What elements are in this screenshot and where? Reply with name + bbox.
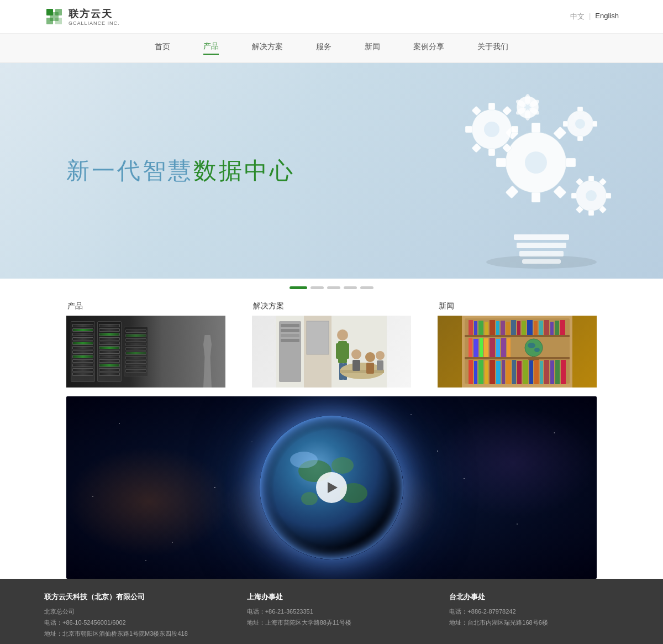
svg-rect-121 (517, 361, 522, 384)
svg-rect-8 (519, 251, 564, 256)
video-section (66, 396, 597, 579)
svg-point-136 (290, 452, 318, 468)
library-illustration (438, 316, 597, 388)
svg-point-70 (351, 349, 361, 359)
svg-point-62 (337, 329, 348, 341)
nav-item-home[interactable]: 首页 (155, 42, 170, 54)
svg-rect-93 (539, 321, 543, 335)
svg-rect-86 (501, 321, 505, 335)
svg-rect-119 (506, 360, 511, 384)
card-products[interactable]: 产品 (66, 301, 225, 388)
svg-rect-58 (281, 334, 299, 337)
svg-rect-18 (553, 185, 566, 198)
svg-rect-101 (484, 338, 488, 357)
svg-rect-92 (534, 321, 538, 335)
svg-rect-81 (474, 321, 477, 335)
footer-taipei-title: 台北办事处 (449, 592, 619, 602)
svg-point-37 (586, 190, 597, 201)
play-triangle-icon (328, 482, 338, 493)
svg-rect-87 (506, 322, 510, 335)
svg-rect-118 (502, 360, 505, 384)
logo-en-name: GCALLIANCE INC. (69, 20, 120, 26)
nebula-left (66, 446, 232, 557)
svg-rect-104 (501, 338, 506, 357)
slider-dot-1[interactable] (290, 286, 307, 289)
lang-cn-button[interactable]: 中文 (570, 12, 585, 22)
svg-rect-99 (473, 339, 478, 357)
svg-rect-105 (507, 338, 511, 357)
lang-en-button[interactable]: English (595, 12, 619, 22)
svg-rect-91 (527, 320, 533, 335)
svg-rect-23 (488, 149, 495, 156)
slider-dot-5[interactable] (360, 286, 373, 289)
card-news-image (438, 316, 597, 388)
nebula-right (431, 407, 597, 518)
card-solutions[interactable]: 解决方案 (252, 301, 411, 388)
svg-rect-7 (517, 243, 566, 248)
svg-rect-61 (307, 321, 329, 354)
svg-rect-120 (512, 360, 516, 384)
footer-taipei-phone: 电话：+886-2-87978242 (449, 606, 619, 617)
svg-rect-129 (561, 360, 566, 384)
slider-dot-4[interactable] (344, 286, 357, 289)
nav-item-services[interactable]: 服务 (316, 42, 332, 54)
svg-rect-123 (529, 360, 533, 384)
svg-rect-56 (281, 324, 299, 327)
svg-rect-79 (465, 357, 570, 359)
svg-rect-94 (544, 320, 549, 335)
svg-rect-69 (340, 370, 384, 373)
svg-rect-115 (485, 360, 488, 384)
nav-item-news[interactable]: 新闻 (365, 42, 380, 54)
rack-2 (97, 321, 122, 382)
svg-rect-88 (511, 320, 516, 335)
slider-dot-2[interactable] (311, 286, 324, 289)
svg-point-51 (525, 109, 530, 121)
svg-rect-95 (550, 322, 554, 335)
footer-shanghai-phone: 电话：+86-21-36523351 (247, 606, 417, 617)
nav-item-about[interactable]: 关于我们 (477, 42, 508, 54)
person-silhouette (201, 335, 214, 388)
meeting-illustration (252, 316, 411, 388)
svg-rect-124 (534, 360, 539, 384)
svg-point-72 (365, 352, 375, 362)
slider-dot-3[interactable] (327, 286, 340, 289)
footer-col-shanghai: 上海办事处 电话：+86-21-36523351 地址：上海市普陀区大学路88弄… (247, 592, 417, 639)
svg-rect-113 (474, 361, 477, 384)
svg-rect-64 (336, 343, 340, 359)
footer-company-name: 联方云天科技（北京）有限公司 (44, 592, 214, 602)
footer-beijing-phone: 电话：+86-10-52456001/6002 (44, 617, 214, 629)
svg-rect-96 (555, 321, 559, 335)
svg-rect-90 (522, 321, 526, 335)
svg-rect-15 (496, 158, 506, 167)
svg-rect-78 (465, 335, 570, 337)
svg-rect-125 (540, 361, 543, 384)
rack-3 (124, 327, 148, 376)
nav-item-solutions[interactable]: 解决方案 (252, 42, 283, 54)
footer: 联方云天科技（北京）有限公司 北京总公司 电话：+86-10-52456001/… (0, 579, 663, 644)
svg-rect-12 (532, 123, 540, 133)
hero-banner: 新一代智慧数据中心 (0, 63, 663, 279)
card-news[interactable]: 新闻 (438, 301, 597, 388)
svg-rect-38 (588, 176, 594, 181)
svg-rect-73 (366, 363, 374, 374)
svg-rect-75 (377, 360, 383, 370)
card-products-title: 产品 (66, 301, 225, 311)
slider-dots (0, 279, 663, 297)
nav-item-products[interactable]: 产品 (203, 41, 219, 55)
nav-item-cases[interactable]: 案例分享 (413, 42, 444, 54)
svg-rect-97 (560, 320, 565, 335)
logo-icon (44, 7, 64, 27)
svg-rect-85 (496, 321, 499, 335)
logo-cn-name: 联方云天 (69, 7, 120, 20)
top-bar: 联方云天 GCALLIANCE INC. 中文 | English (0, 0, 663, 34)
svg-rect-16 (553, 127, 566, 140)
footer-beijing-addr: 地址：北京市朝阳区酒仙桥东路1号院M3楼东四段418 (44, 629, 214, 640)
svg-point-31 (575, 119, 585, 129)
svg-rect-13 (532, 192, 540, 202)
main-nav: 首页 产品 解决方案 服务 新闻 案例分享 关于我们 (0, 34, 663, 63)
logo-text: 联方云天 GCALLIANCE INC. (69, 7, 120, 26)
play-button[interactable] (316, 472, 347, 503)
svg-rect-32 (577, 107, 583, 112)
svg-rect-6 (514, 234, 569, 240)
svg-rect-9 (522, 259, 561, 264)
